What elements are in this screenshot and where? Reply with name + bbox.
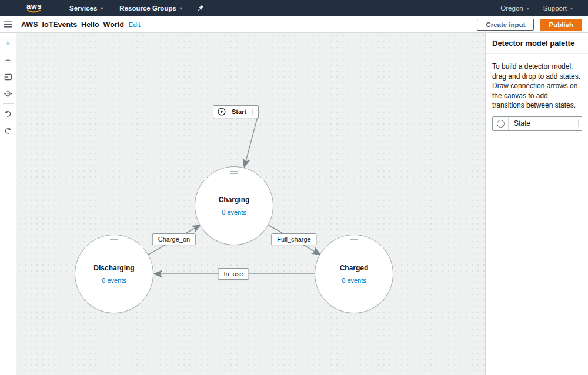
detector-model-palette-panel: Detector model palette To build a detect… <box>485 33 588 375</box>
play-circle-icon <box>218 108 226 116</box>
nav-region-label: Oregon <box>500 5 523 12</box>
state-name: Discharging <box>93 264 134 272</box>
minus-icon: − <box>5 55 11 65</box>
state-node-charged[interactable]: Charged 0 events <box>315 235 393 313</box>
state-events-link[interactable]: 0 events <box>102 277 126 284</box>
state-name: Charged <box>340 264 369 272</box>
state-events-link[interactable]: 0 events <box>342 277 366 284</box>
nav-services[interactable]: Services ▾ <box>69 5 103 12</box>
aws-logo-text: aws <box>26 3 42 9</box>
chevron-down-icon: ▾ <box>527 6 529 11</box>
crosshair-icon <box>4 89 12 98</box>
state-node-charging[interactable]: Charging 0 events <box>195 166 273 245</box>
palette-state-item[interactable]: State <box>492 116 582 131</box>
page-title: AWS_IoTEvents_Hello_World <box>21 21 124 29</box>
edit-title-link[interactable]: Edit <box>129 21 141 28</box>
aws-logo[interactable]: aws <box>24 3 45 14</box>
zoom-in-button[interactable]: + <box>0 34 16 51</box>
nav-services-label: Services <box>69 5 97 12</box>
undo-icon <box>4 110 12 118</box>
center-view-button[interactable] <box>0 85 16 102</box>
start-node-label: Start <box>226 108 252 115</box>
detector-model-canvas[interactable]: Start Charging 0 events Discharging 0 ev… <box>16 33 485 375</box>
state-node-discharging[interactable]: Discharging 0 events <box>75 235 153 313</box>
state-events-link[interactable]: 0 events <box>222 209 246 216</box>
toolbar-divider <box>3 103 14 104</box>
detector-model-header: AWS_IoTEvents_Hello_World Edit Create in… <box>0 16 588 33</box>
palette-description: To build a detector model, drag and drop… <box>486 54 588 116</box>
palette-title: Detector model palette <box>486 33 588 54</box>
drag-handle-icon[interactable] <box>230 171 238 174</box>
hamburger-icon <box>4 21 12 28</box>
publish-button[interactable]: Publish <box>540 19 582 31</box>
drag-handle-icon[interactable] <box>110 239 118 242</box>
nav-support[interactable]: Support ▾ <box>543 5 573 12</box>
nav-support-label: Support <box>543 5 567 12</box>
nav-resource-groups[interactable]: Resource Groups ▾ <box>119 5 182 12</box>
plus-icon: + <box>5 38 11 48</box>
state-name: Charging <box>219 196 250 204</box>
nav-resource-groups-label: Resource Groups <box>119 5 176 12</box>
pushpin-icon[interactable] <box>196 5 204 12</box>
chevron-down-icon: ▾ <box>101 6 103 11</box>
redo-button[interactable] <box>0 122 16 139</box>
create-input-button[interactable]: Create input <box>477 19 534 31</box>
drag-handle-icon[interactable] <box>350 239 358 242</box>
start-node[interactable]: Start <box>213 105 259 118</box>
hamburger-menu-button[interactable] <box>0 16 16 32</box>
zoom-out-button[interactable]: − <box>0 51 16 68</box>
palette-state-label: State <box>509 119 576 128</box>
nav-region[interactable]: Oregon ▾ <box>500 5 529 12</box>
canvas-toolbar: + − <box>0 33 16 375</box>
undo-button[interactable] <box>0 105 16 122</box>
transition-label-in-use[interactable]: In_use <box>218 268 249 280</box>
state-circle-icon <box>493 117 509 130</box>
fit-view-icon <box>4 73 12 81</box>
drag-handle-icon[interactable] <box>252 109 255 115</box>
edge-start-to-charging[interactable] <box>244 118 257 167</box>
aws-smile-icon <box>26 9 42 14</box>
top-nav-bar: aws Services ▾ Resource Groups ▾ Oregon … <box>0 0 588 16</box>
transition-label-full-charge[interactable]: Full_charge <box>271 233 316 245</box>
drag-handle-icon[interactable] <box>576 120 579 127</box>
fit-to-screen-button[interactable] <box>0 68 16 85</box>
chevron-down-icon: ▾ <box>570 6 573 11</box>
transition-label-charge-on[interactable]: Charge_on <box>152 233 196 245</box>
redo-icon <box>4 127 12 135</box>
chevron-down-icon: ▾ <box>180 6 182 11</box>
